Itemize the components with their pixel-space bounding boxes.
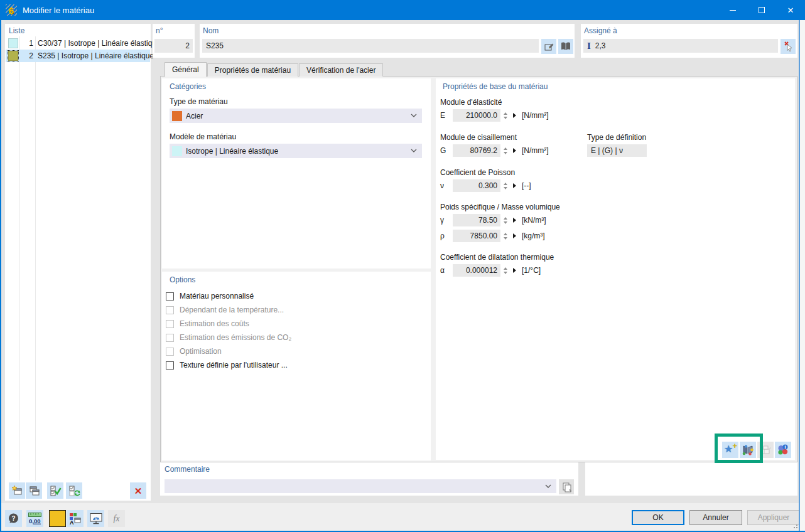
elasticity-label: Module d'élasticité bbox=[440, 98, 502, 107]
tab-steel-design[interactable]: Vérification de l'acier bbox=[299, 63, 383, 77]
symbol-G: G bbox=[440, 146, 453, 155]
list-item-s235-selected[interactable]: 2 S235 | Isotrope | Linéaire élastique bbox=[6, 50, 150, 62]
comment-label: Commentaire bbox=[165, 465, 210, 474]
checkbox-icon[interactable] bbox=[166, 292, 174, 301]
density-input[interactable]: 7850.00 bbox=[453, 230, 500, 242]
flyout-arrow-icon[interactable] bbox=[513, 218, 516, 223]
copy-comment-button[interactable] bbox=[559, 479, 574, 494]
units-ruler-icon: 0,00 bbox=[28, 512, 42, 525]
tab-material-properties[interactable]: Propriétés de matériau bbox=[207, 63, 298, 77]
units-settings-button[interactable]: 0,00 bbox=[26, 510, 43, 527]
material-info-button[interactable]: i bbox=[775, 442, 791, 458]
window-border bbox=[0, 20, 1, 532]
display-properties-button[interactable]: A bbox=[67, 510, 84, 527]
checkbox-icon[interactable] bbox=[166, 361, 174, 370]
option-optimization: Optimisation bbox=[166, 346, 222, 357]
new-window-star-icon bbox=[11, 485, 23, 497]
svg-text:i: i bbox=[784, 444, 786, 450]
select-all-materials-button[interactable] bbox=[47, 482, 63, 499]
tab-general[interactable]: Général bbox=[165, 62, 207, 77]
rename-material-button[interactable] bbox=[541, 39, 556, 54]
material-type-dropdown[interactable]: Acier bbox=[170, 109, 422, 123]
thermal-expansion-input[interactable]: 0.000012 bbox=[453, 264, 500, 277]
options-header: Options bbox=[170, 275, 195, 284]
annotation-highlight-box bbox=[715, 434, 763, 463]
spinner-icon[interactable] bbox=[502, 265, 509, 276]
help-button[interactable]: ? bbox=[5, 510, 22, 527]
invert-selection-button[interactable] bbox=[66, 482, 82, 499]
ok-button[interactable]: OK bbox=[632, 510, 684, 525]
material-name-input[interactable]: S235 bbox=[202, 39, 539, 53]
flyout-arrow-icon[interactable] bbox=[513, 113, 516, 118]
titlebar[interactable]: 6 Modifier le matériau ✕ bbox=[0, 0, 805, 20]
shear-input[interactable]: 80769.2 bbox=[453, 144, 500, 157]
copy-material-button[interactable] bbox=[26, 482, 42, 499]
minimize-button[interactable] bbox=[718, 0, 747, 20]
symbol-nu: ν bbox=[440, 181, 453, 190]
color-swatch-button[interactable] bbox=[49, 510, 66, 527]
steel-color-swatch bbox=[172, 111, 182, 121]
select-assigned-objects-button[interactable] bbox=[781, 39, 796, 54]
symbol-gamma: γ bbox=[440, 216, 453, 225]
edit-pencil-icon bbox=[544, 41, 554, 52]
spinner-icon[interactable] bbox=[502, 215, 509, 226]
alpha-row: α 0.000012 [1/°C] bbox=[440, 264, 541, 277]
isotropic-color-swatch bbox=[172, 146, 182, 156]
spinner-icon[interactable] bbox=[502, 230, 509, 242]
copy-windows-icon bbox=[28, 485, 40, 497]
symbol-rho: ρ bbox=[440, 231, 453, 240]
checkboxes-check-icon bbox=[50, 485, 62, 497]
flyout-arrow-icon[interactable] bbox=[513, 148, 516, 153]
formula-button-disabled: fx bbox=[108, 510, 125, 527]
minimize-icon bbox=[730, 10, 736, 11]
spinner-icon[interactable] bbox=[502, 180, 509, 191]
display-on-screen-button[interactable] bbox=[87, 510, 104, 527]
list-column-divider bbox=[35, 36, 36, 481]
flyout-arrow-icon[interactable] bbox=[513, 183, 516, 188]
properties-header: Propriétés de base du matériau bbox=[443, 82, 548, 91]
bottom-right-panel bbox=[585, 462, 797, 496]
dialog-footer: ? 0,00 A fx OK Annuler Appliquer bbox=[0, 503, 805, 531]
delete-all-materials-button[interactable]: ✕ bbox=[130, 482, 146, 499]
maximize-button[interactable] bbox=[747, 0, 776, 20]
options-group: Options Matériau personnalisé Dépendant … bbox=[162, 272, 431, 460]
poisson-unit: [--] bbox=[522, 181, 531, 190]
option-label: Matériau personnalisé bbox=[180, 292, 254, 301]
maximize-icon bbox=[759, 7, 765, 13]
specific-weight-input[interactable]: 78.50 bbox=[453, 214, 500, 226]
flyout-arrow-icon[interactable] bbox=[513, 233, 516, 238]
name-card: Nom S235 bbox=[200, 24, 575, 58]
list-column-divider bbox=[19, 36, 20, 481]
specific-weight-unit: [kN/m³] bbox=[522, 216, 546, 225]
material-list-panel: Liste 1 C30/37 | Isotrope | Linéaire éla… bbox=[5, 24, 151, 501]
monitor-dlubal-icon bbox=[89, 512, 103, 525]
elasticity-input[interactable]: 210000.0 bbox=[453, 109, 500, 122]
elasticity-row: E 210000.0 [N/mm²] bbox=[440, 109, 549, 122]
name-library-button[interactable] bbox=[558, 39, 573, 54]
comment-combobox[interactable] bbox=[165, 479, 556, 493]
categories-header: Catégories bbox=[170, 82, 206, 91]
assigned-field: I 2,3 bbox=[583, 39, 778, 53]
definition-type-label: Type de définition bbox=[587, 133, 646, 142]
close-button[interactable]: ✕ bbox=[776, 0, 805, 20]
spinner-icon[interactable] bbox=[502, 145, 509, 156]
flyout-arrow-icon[interactable] bbox=[513, 268, 516, 273]
list-item-number: 2 bbox=[18, 51, 33, 60]
list-item-number: 1 bbox=[18, 39, 33, 48]
new-material-button[interactable] bbox=[9, 482, 25, 499]
list-item-label: C30/37 | Isotrope | Linéaire élastique bbox=[38, 39, 161, 48]
material-model-dropdown[interactable]: Isotrope | Linéaire élastique bbox=[170, 144, 422, 158]
close-icon: ✕ bbox=[787, 6, 794, 14]
weight-label: Poids spécifique / Masse volumique bbox=[440, 203, 560, 211]
chevron-down-icon bbox=[411, 149, 417, 152]
list-item-c3037[interactable]: 1 C30/37 | Isotrope | Linéaire élastique bbox=[6, 37, 150, 50]
number-label: n° bbox=[156, 26, 163, 35]
cancel-button[interactable]: Annuler bbox=[689, 510, 742, 525]
option-user-texture[interactable]: Texture définie par l'utilisateur ... bbox=[166, 359, 288, 371]
poisson-input[interactable]: 0.300 bbox=[453, 179, 500, 192]
definition-type-field: E | (G) | ν bbox=[587, 144, 647, 157]
spinner-icon[interactable] bbox=[502, 110, 509, 121]
assigned-label: Assigné à bbox=[584, 26, 617, 35]
option-label: Optimisation bbox=[180, 347, 222, 356]
option-custom-material[interactable]: Matériau personnalisé bbox=[166, 290, 254, 302]
